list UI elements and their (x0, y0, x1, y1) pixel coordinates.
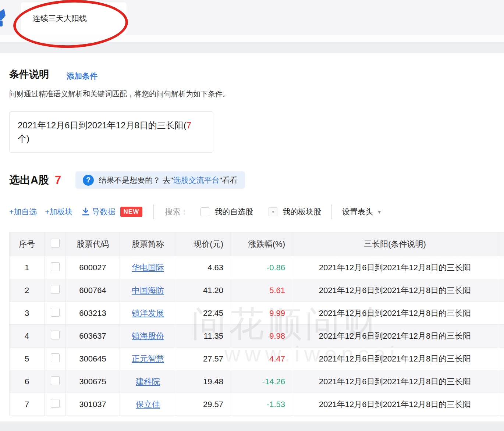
results-table-wrap: 序号 股票代码 股票简称 现价(元) 涨跌幅(%) 三长阳(条件说明) 1 60… (9, 232, 504, 416)
tip-prefix: 结果不是想要的？ 去" (99, 176, 173, 184)
table-row: 6 300675 建科院 19.48 -14.26 2021年12月6日到202… (10, 370, 504, 393)
row-index: 2 (10, 279, 45, 302)
tip-text: 结果不是想要的？ 去"选股交流平台"看看 (99, 175, 238, 185)
header-change[interactable]: 涨跌幅(%) (230, 232, 292, 256)
table-row: 5 300645 正元智慧 27.57 4.47 2021年12月6日到2021… (10, 348, 504, 370)
add-condition-link[interactable]: 添加条件 (67, 71, 97, 81)
stock-name-cell: 镇海股份 (120, 325, 176, 348)
stock-price: 11.35 (176, 325, 230, 348)
search-query-text: 连续三天大阳线 (33, 13, 87, 24)
iwencai-screener-page: 连续三天大阳线 条件说明 添加条件 问财通过精准语义解析和关键词匹配，将您的问句… (0, 0, 504, 431)
toolbar-divider-2 (331, 204, 332, 219)
stock-change: -0.86 (230, 256, 292, 279)
stock-code: 603637 (66, 325, 120, 348)
stock-code: 600764 (66, 279, 120, 302)
row-checkbox[interactable] (51, 308, 60, 317)
my-watchlist-label[interactable]: 我的自选股 (214, 207, 253, 217)
stock-name-link[interactable]: 建科院 (136, 377, 160, 386)
table-header-row: 序号 股票代码 股票简称 现价(元) 涨跌幅(%) 三长阳(条件说明) (10, 232, 504, 256)
row-checkbox-cell (45, 256, 66, 279)
set-header-label: 设置表头 (342, 207, 373, 217)
row-gutter (498, 279, 504, 302)
stock-code: 603213 (66, 302, 120, 325)
row-index: 3 (10, 302, 45, 325)
row-checkbox[interactable] (51, 399, 60, 408)
parsed-condition-box[interactable]: 2021年12月6日到2021年12月8日的三长阳(7个) (9, 111, 213, 153)
row-checkbox[interactable] (51, 285, 60, 294)
add-watchlist-button[interactable]: +加自选 (9, 207, 37, 217)
new-badge: NEW (120, 207, 143, 217)
stock-name-cell: 保立佳 (120, 393, 176, 416)
export-data-button[interactable]: 导数据 (82, 207, 116, 217)
export-data-label: 导数据 (92, 207, 116, 217)
stock-price: 41.20 (176, 279, 230, 302)
stock-forum-link[interactable]: 选股交流平台 (173, 176, 220, 184)
stock-change: 9.99 (230, 302, 292, 325)
stock-change: -1.53 (230, 393, 292, 416)
tip-suffix: "看看 (220, 176, 238, 184)
stock-name-link[interactable]: 镇洋发展 (132, 309, 164, 318)
row-gutter (498, 370, 504, 393)
condition-count: 7 (187, 120, 191, 130)
stock-code: 300675 (66, 370, 120, 393)
row-checkbox-cell (45, 279, 66, 302)
row-index: 7 (10, 393, 45, 416)
stock-name-link[interactable]: 正元智慧 (132, 354, 164, 363)
header-checkbox-cell (45, 232, 66, 256)
row-checkbox-cell (45, 348, 66, 370)
header-code[interactable]: 股票代码 (66, 232, 120, 256)
stock-name-cell: 华电国际 (120, 256, 176, 279)
row-checkbox[interactable] (51, 376, 60, 385)
chevron-down-icon: ▼ (377, 209, 382, 215)
question-icon: ? (83, 175, 94, 186)
stock-name-link[interactable]: 镇海股份 (132, 331, 164, 341)
condition-desc: 2021年12月6日到2021年12月8日的三长阳 (292, 279, 498, 302)
result-title: 选出A股 (9, 173, 49, 188)
row-checkbox-cell (45, 302, 66, 325)
stock-name-link[interactable]: 华电国际 (132, 263, 164, 272)
my-watchlist-checkbox[interactable] (200, 207, 209, 216)
tip-bubble: ? 结果不是想要的？ 去"选股交流平台"看看 (75, 171, 245, 189)
set-header-button[interactable]: 设置表头 ▼ (342, 207, 382, 217)
row-gutter (498, 256, 504, 279)
toolbar-divider-1 (153, 204, 154, 219)
select-all-checkbox[interactable] (51, 239, 60, 247)
stock-code: 300645 (66, 348, 120, 370)
row-checkbox[interactable] (51, 353, 60, 362)
header-seq[interactable]: 序号 (10, 232, 45, 256)
stock-price: 29.57 (176, 393, 230, 416)
condition-desc: 2021年12月6日到2021年12月8日的三长阳 (292, 370, 498, 393)
row-gutter (498, 393, 504, 416)
header-condition[interactable]: 三长阳(条件说明) (292, 232, 498, 256)
header-price[interactable]: 现价(元) (176, 232, 230, 256)
search-filter-label: 搜索： (165, 207, 188, 217)
row-checkbox[interactable] (51, 262, 60, 271)
row-checkbox[interactable] (51, 331, 60, 339)
stock-name-link[interactable]: 保立佳 (136, 400, 160, 409)
row-gutter (498, 348, 504, 370)
stock-name-cell: 镇洋发展 (120, 302, 176, 325)
row-gutter (498, 302, 504, 325)
my-board-label[interactable]: 我的板块股 (283, 207, 321, 217)
row-gutter (498, 325, 504, 348)
top-search-bar: 连续三天大阳线 (0, 0, 504, 35)
search-input[interactable]: 连续三天大阳线 (20, 2, 127, 35)
stock-name-link[interactable]: 中国海防 (132, 286, 164, 295)
stock-name-cell: 建科院 (120, 370, 176, 393)
stock-price: 19.48 (176, 370, 230, 393)
row-index: 5 (10, 348, 45, 370)
stock-price: 22.45 (176, 302, 230, 325)
table-row: 4 603637 镇海股份 11.35 9.98 2021年12月6日到2021… (10, 325, 504, 348)
table-row: 3 603213 镇洋发展 22.45 9.99 2021年12月6日到2021… (10, 302, 504, 325)
add-board-button[interactable]: +加板块 (45, 207, 72, 217)
stock-name-cell: 中国海防 (120, 279, 176, 302)
my-board-dropdown[interactable]: ▾ (269, 207, 277, 216)
header-divider-strip (0, 35, 504, 42)
result-header-row: 选出A股 7 ? 结果不是想要的？ 去"选股交流平台"看看 (9, 171, 245, 189)
stock-change: 5.61 (230, 279, 292, 302)
table-toolbar: +加自选 +加板块 导数据 NEW 搜索： 我的自选股 ▾ 我的板块股 设置表头… (9, 204, 498, 219)
condition-section-title: 条件说明 (9, 68, 49, 81)
result-count: 7 (55, 174, 61, 187)
header-name[interactable]: 股票简称 (120, 232, 176, 256)
stock-change: 9.98 (230, 325, 292, 348)
